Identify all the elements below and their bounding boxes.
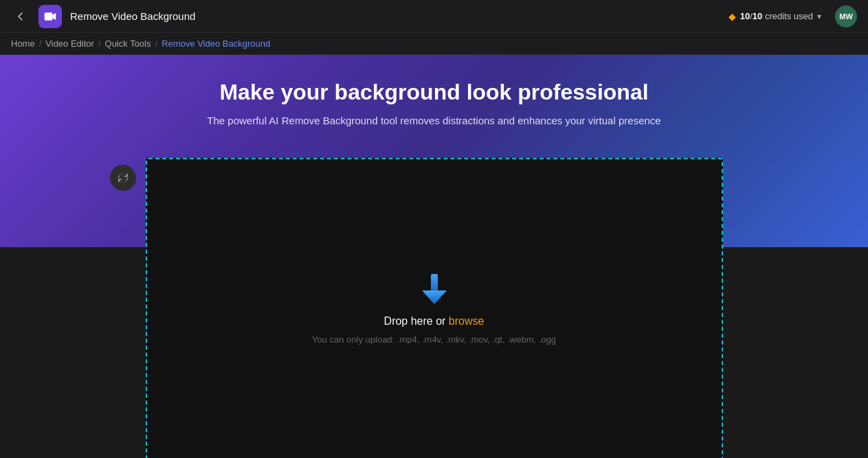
credits-total: 10 (753, 11, 762, 21)
main-content: Drop here or browse You can only upload:… (0, 247, 868, 458)
credits-text: 10/10 credits used (740, 11, 813, 21)
breadcrumb: Home / Video Editor / Quick Tools / Remo… (0, 33, 868, 55)
hero-subtitle: The powerful AI Remove Background tool r… (207, 115, 660, 126)
svg-rect-0 (45, 12, 53, 21)
svg-marker-2 (422, 290, 447, 304)
breadcrumb-sep-1: / (39, 38, 42, 49)
drop-text: Drop here or browse (384, 315, 485, 328)
svg-rect-1 (431, 274, 438, 293)
hero-title: Make your background look professional (219, 80, 648, 105)
breadcrumb-current: Remove Video Background (162, 38, 270, 49)
video-icon (43, 10, 57, 23)
user-avatar[interactable]: MW (835, 5, 857, 27)
page-title: Remove Video Background (70, 10, 720, 22)
credits-section[interactable]: ◆ 10/10 credits used ▾ (728, 11, 821, 22)
app-icon (38, 5, 62, 28)
drop-here-text: Drop here or (384, 315, 449, 327)
upload-dropzone[interactable]: Drop here or browse You can only upload:… (146, 158, 723, 458)
refresh-icon (117, 172, 129, 184)
breadcrumb-sep-3: / (155, 38, 158, 49)
credits-label: credits used (765, 11, 813, 21)
breadcrumb-video-editor[interactable]: Video Editor (45, 38, 94, 49)
diamond-icon: ◆ (728, 11, 736, 22)
browse-link[interactable]: browse (449, 315, 485, 327)
credits-used: 10 (740, 11, 750, 21)
topbar: Remove Video Background ◆ 10/10 credits … (0, 0, 868, 33)
refresh-button[interactable] (110, 165, 136, 191)
upload-zone-wrapper: Drop here or browse You can only upload:… (146, 158, 723, 458)
back-icon (15, 11, 26, 22)
breadcrumb-home[interactable]: Home (11, 38, 35, 49)
back-button[interactable] (11, 7, 30, 26)
upload-arrow-icon (422, 274, 447, 304)
breadcrumb-quick-tools[interactable]: Quick Tools (105, 38, 151, 49)
upload-hint: You can only upload: .mp4, .m4v, .mkv, .… (312, 334, 556, 345)
breadcrumb-sep-2: / (98, 38, 101, 49)
chevron-down-icon: ▾ (817, 12, 821, 21)
